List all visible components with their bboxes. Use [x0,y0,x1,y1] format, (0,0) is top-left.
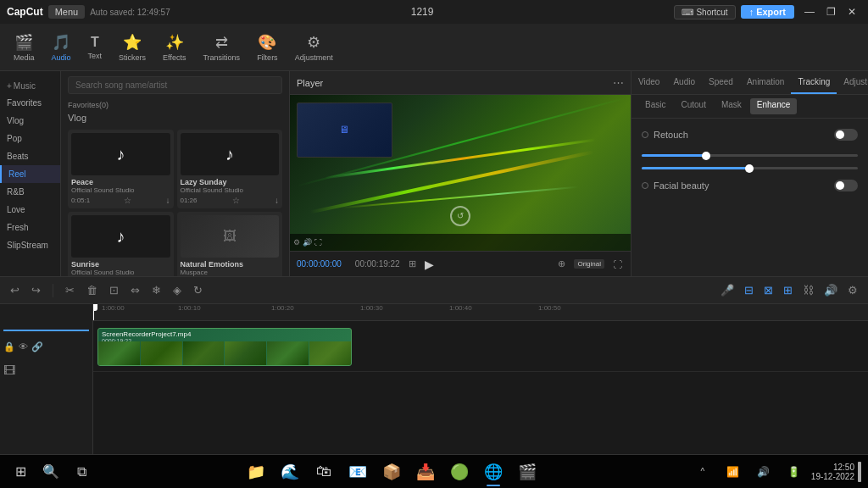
toolbar-adjustment[interactable]: ⚙ Adjustment [288,30,340,65]
show-hidden-icons[interactable]: ^ [689,458,716,485]
fullscreen-button[interactable]: ⛶ [611,258,624,271]
play-button[interactable]: ▶ [425,258,434,271]
taskbar-edge[interactable]: 🌊 [275,457,305,487]
tab-animation[interactable]: Animation [740,71,791,94]
video-clip-main[interactable]: ScreenRecorderProject7.mp4 0000:19:22 [97,328,352,366]
sub-tab-enhance[interactable]: Enhance [750,98,797,114]
microphone-button[interactable]: 🎤 [717,282,737,298]
music-search-input[interactable] [68,76,282,94]
search-taskbar-button[interactable]: 🔍 [37,458,64,485]
track-thumbnail-button[interactable]: 🎞 [3,363,15,377]
battery-icon[interactable]: 🔋 [781,458,808,485]
system-clock[interactable]: 12:50 19-12-2022 [811,463,854,481]
sidebar-item-vlog[interactable]: Vlog [0,112,60,130]
toolbar-filters[interactable]: 🎨 Filters [250,30,285,65]
mask-button[interactable]: ◈ [170,282,185,298]
tab-video[interactable]: Video [632,71,666,94]
restore-button[interactable]: ❐ [821,4,841,19]
mirror-button[interactable]: ⇔ [127,282,143,298]
taskbar-explorer[interactable]: 📁 [241,457,271,487]
sidebar-item-rnb[interactable]: R&B [0,183,60,201]
tab-speed[interactable]: Speed [702,71,740,94]
tab-tracking[interactable]: Tracking [791,71,837,94]
crop-button[interactable]: ⊡ [106,282,122,298]
music-card-lazy-sunday[interactable]: ♪ Lazy Sunday Official Sound Studio 01:2… [177,130,283,208]
taskbar-capcut[interactable]: 🎬 [512,457,542,487]
delete-button[interactable]: 🗑 [83,282,101,298]
freeze-button[interactable]: ❄ [148,282,164,298]
playback-indicator: ↺ [450,206,470,226]
link-button[interactable]: ⛓ [799,282,817,298]
undo-button[interactable]: ↩ [7,282,23,298]
ruler-mark-1: 1:00:10 [178,304,201,312]
music-card-peace[interactable]: ♪ Peace Official Sound Studio 0:05:1 ☆ ↓ [68,130,174,208]
music-card-sunrise[interactable]: ♪ Sunrise Official Sound Studio 00:21 ☆ … [68,212,174,276]
taskbar-mail[interactable]: 📧 [342,457,373,487]
timeline-right-controls: 🎤 ⊟ ⊠ ⊞ ⛓ 🔊 ⚙ [717,282,861,298]
taskbar-chrome[interactable]: 🌐 [478,457,509,487]
track-lock-button[interactable]: 🔒 [3,341,15,352]
volume-icon[interactable]: 🔊 [750,458,777,485]
toolbar-effects[interactable]: ✨ Effects [156,30,192,65]
sidebar-item-slipstream[interactable]: SlipStream [0,236,60,254]
rotate-button[interactable]: ↻ [190,282,206,298]
toolbar-transitions[interactable]: ⇄ Transitions [196,30,247,65]
sidebar-item-pop[interactable]: Pop [0,130,60,147]
taskbar-dropbox[interactable]: 📥 [410,457,441,487]
sidebar-item-favorites[interactable]: Favorites [0,94,60,112]
wifi-icon[interactable]: 📶 [720,458,747,485]
taskbar-store[interactable]: 🛍 [309,457,339,487]
close-button[interactable]: ✕ [843,4,861,19]
audio-mute-button[interactable]: 🔊 [821,282,841,298]
track-link-button[interactable]: 🔗 [31,341,43,352]
zoom-out-button[interactable]: ⊟ [741,282,757,298]
tab-audio[interactable]: Audio [666,71,702,94]
sub-tab-basic[interactable]: Basic [638,98,672,114]
sidebar-item-fresh[interactable]: Fresh [0,219,60,236]
taskbar-green[interactable]: 🟢 [444,457,475,487]
download-icon-2[interactable]: ↓ [275,196,279,205]
track-eye-button[interactable]: 👁 [19,341,28,352]
windows-start-button[interactable]: ⊞ [7,458,34,485]
split-button[interactable]: ✂ [62,282,78,298]
clip-thumb-2 [141,341,182,365]
slider-1-thumb[interactable] [702,152,710,160]
music-thumb-sunrise: ♪ [71,215,170,258]
retouch-toggle[interactable] [834,129,858,141]
frame-back-button[interactable]: ⊞ [407,257,418,271]
toolbar-text[interactable]: T Text [81,31,109,64]
sidebar-item-love[interactable]: Love [0,201,60,219]
tab-adjustment[interactable]: Adjustment [837,71,868,94]
tiktok-logo-3-icon: ♪ [116,227,125,247]
sidebar-item-beats[interactable]: Beats [0,147,60,165]
slider-1-track[interactable] [642,154,858,157]
toolbar-audio[interactable]: 🎵 Audio [45,30,78,65]
sub-tab-mask[interactable]: Mask [715,98,748,114]
task-view-button[interactable]: ⧉ [68,458,95,485]
slider-2-thumb[interactable] [745,164,754,173]
star-icon[interactable]: ☆ [124,196,131,205]
minimize-button[interactable]: — [799,4,820,19]
slider-2-track[interactable] [642,167,858,169]
zoom-in-button[interactable]: ⊞ [780,282,796,298]
player-menu-button[interactable]: ⋯ [613,76,624,89]
toolbar-media[interactable]: 🎬 Media [7,30,42,65]
export-button[interactable]: ↑ Export [741,5,794,19]
star-icon-2[interactable]: ☆ [232,196,240,205]
shortcut-button[interactable]: ⌨ Shortcut [674,5,735,19]
menu-button[interactable]: Menu [48,5,86,19]
clip-thumb-1 [98,341,140,365]
song-actions-peace: 0:05:1 ☆ ↓ [71,196,170,205]
download-icon[interactable]: ↓ [166,196,170,205]
toolbar-stickers[interactable]: ⭐ Stickers [112,30,153,65]
facial-beauty-toggle[interactable] [834,180,858,191]
redo-button[interactable]: ↪ [28,282,44,298]
zoom-track-button[interactable]: ⊠ [760,282,776,298]
music-card-natural-emotions[interactable]: 🖼 Natural Emotions Muspace 01:37 ☆ ↓ [177,212,283,276]
settings-button[interactable]: ⚙ [844,282,861,298]
sub-tab-cutout[interactable]: Cutout [674,98,712,114]
zoom-button[interactable]: ⊕ [556,257,567,271]
taskbar-amazon[interactable]: 📦 [376,457,407,487]
sidebar-item-reel[interactable]: Reel [0,165,60,183]
show-desktop-button[interactable] [858,462,861,482]
